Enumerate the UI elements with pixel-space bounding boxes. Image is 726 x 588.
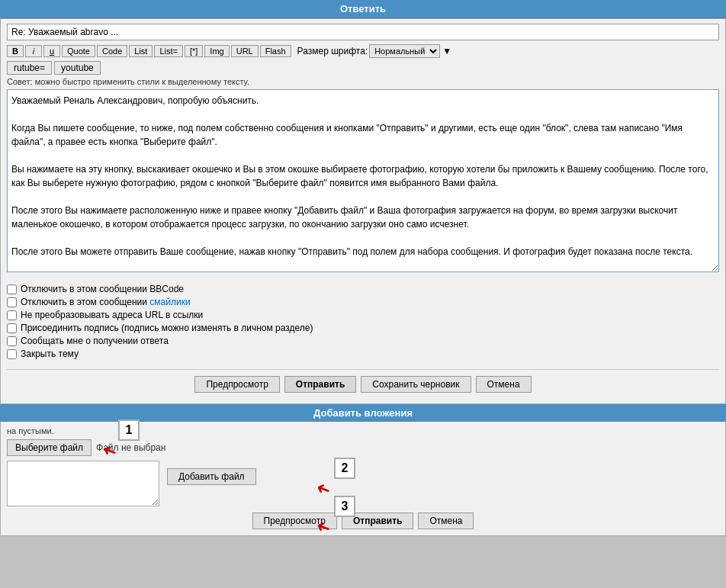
flash-button[interactable]: Flash (260, 45, 291, 57)
notify-label: Сообщать мне о получении ответа (21, 336, 169, 346)
option-close-topic: Закрыть тему (7, 349, 719, 359)
attachment-textarea[interactable] (7, 461, 159, 506)
close-topic-checkbox[interactable] (7, 349, 17, 359)
bottom-cancel-button[interactable]: Отмена (418, 512, 474, 529)
smileys-link[interactable]: смайлики (149, 297, 190, 307)
bbcode-label: Отключить в этом сообщении BBCode (21, 284, 184, 294)
extra-buttons-row: rutube= youtube (7, 61, 719, 75)
cancel-button[interactable]: Отмена (476, 376, 532, 393)
list-button[interactable]: List (129, 45, 153, 57)
annotation-2: 2 (334, 458, 355, 479)
bold-button[interactable]: B (7, 45, 24, 57)
option-bbcode: Отключить в этом сообщении BBCode (7, 284, 719, 294)
signature-label: Присоединить подпись (подпись можно изме… (21, 323, 313, 333)
choose-file-button[interactable]: Выберите файл (7, 439, 92, 456)
hint-text: Совет: можно быстро применить стили к вы… (7, 77, 719, 86)
attachment-content: Добавить файл (7, 461, 719, 506)
attachments-header: Добавить вложения (0, 404, 726, 422)
reply-section: B i u Quote Code List List= [*] Img URL … (0, 18, 726, 404)
bbcode-checkbox[interactable] (7, 284, 17, 294)
smileys-checkbox[interactable] (7, 297, 17, 307)
notify-checkbox[interactable] (7, 336, 17, 346)
bottom-action-buttons: Предпросмотр Отправить Отмена (7, 512, 719, 529)
options-section: Отключить в этом сообщении BBCode Отключ… (7, 281, 719, 365)
preview-button[interactable]: Предпросмотр (194, 376, 279, 393)
url-checkbox[interactable] (7, 310, 17, 320)
save-draft-button[interactable]: Сохранить черновик (361, 376, 471, 393)
quote-button[interactable]: Quote (62, 45, 95, 57)
attachments-note: на пустыми. (7, 426, 719, 435)
smileys-label: Отключить в этом сообщении смайлики (21, 297, 191, 307)
close-topic-label: Закрыть тему (21, 349, 79, 359)
reply-header: Ответить (0, 0, 726, 18)
font-size-select[interactable]: Нормальный (369, 44, 440, 58)
option-url: Не преобразовывать адреса URL в ссылки (7, 310, 719, 320)
rutube-button[interactable]: rutube= (7, 61, 52, 75)
italic-button[interactable]: i (25, 45, 42, 57)
message-textarea[interactable]: Уважаемый Реналь Александрович, попробую… (7, 89, 719, 272)
reply-action-buttons: Предпросмотр Отправить Сохранить чернови… (7, 369, 719, 399)
youtube-button[interactable]: youtube (54, 61, 101, 75)
url-label: Не преобразовывать адреса URL в ссылки (21, 310, 203, 320)
option-smileys: Отключить в этом сообщении смайлики (7, 297, 719, 307)
font-size-label: Размер шрифта: (297, 46, 368, 56)
add-file-button[interactable]: Добавить файл (167, 468, 256, 485)
underline-button[interactable]: u (43, 45, 60, 57)
dropdown-arrow: ▼ (442, 46, 451, 56)
code-button[interactable]: Code (97, 45, 127, 57)
option-notify: Сообщать мне о получении ответа (7, 336, 719, 346)
annotations-area: ➜ 1 ➜ 2 ➜ 3 Добавить вложения на пустыми… (0, 404, 726, 536)
img-button[interactable]: Img (204, 45, 229, 57)
list-eq-button[interactable]: List= (154, 45, 183, 57)
url-button[interactable]: URL (231, 45, 259, 57)
send-button[interactable]: Отправить (284, 376, 356, 393)
star-button[interactable]: [*] (185, 45, 203, 57)
annotation-1: 1 (118, 419, 140, 441)
annotation-3: 3 (334, 496, 355, 517)
toolbar: B i u Quote Code List List= [*] Img URL … (7, 44, 719, 58)
signature-checkbox[interactable] (7, 323, 17, 333)
subject-input[interactable] (7, 24, 719, 40)
option-signature: Присоединить подпись (подпись можно изме… (7, 323, 719, 333)
attachments-section: на пустыми. Выберите файл Файл не выбран… (0, 422, 726, 536)
